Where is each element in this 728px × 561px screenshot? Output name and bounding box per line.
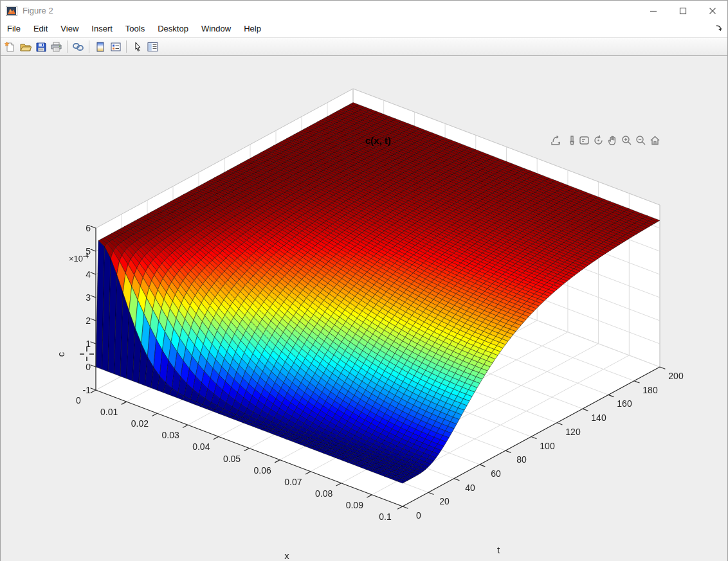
x-tick-label: 0.09 <box>346 500 363 510</box>
export-icon <box>550 134 562 147</box>
x-tick-label: 0.01 <box>100 407 118 417</box>
minimize-button[interactable] <box>639 1 668 21</box>
toolbar-separator <box>67 40 68 53</box>
menu-help[interactable]: Help <box>237 21 268 37</box>
property-inspector-button[interactable] <box>145 39 160 54</box>
t-tick-label: 200 <box>668 371 683 381</box>
x-tick-label: 0.06 <box>254 465 271 476</box>
zoom-in-icon <box>621 134 633 147</box>
matlab-logo-icon <box>6 6 17 16</box>
t-tick-label: 0 <box>416 510 421 521</box>
rotate-icon <box>592 134 605 147</box>
pan-button[interactable] <box>606 133 619 148</box>
colorbar-icon <box>95 41 105 53</box>
c-tick-label: 2 <box>62 316 91 326</box>
open-file-button[interactable] <box>18 39 33 54</box>
c-tick-label: 6 <box>62 223 91 233</box>
rotate-3d-button[interactable] <box>592 133 605 148</box>
t-tick-label: 100 <box>540 441 554 451</box>
link-plot-button[interactable] <box>71 39 86 54</box>
maximize-icon <box>679 7 687 15</box>
x-tick-label: 0.07 <box>284 477 302 487</box>
x-tick-label: 0.03 <box>161 430 179 440</box>
zoom-out-icon <box>635 134 647 147</box>
t-tick-label: 140 <box>591 413 606 423</box>
t-tick-label: 160 <box>617 398 632 409</box>
title-bar: Figure 2 <box>1 1 727 21</box>
x-tick-label: 0.1 <box>379 512 391 522</box>
c-axis-label: c <box>55 352 66 357</box>
pan-hand-icon <box>606 134 619 147</box>
t-tick-label: 60 <box>491 468 501 479</box>
new-figure-button[interactable] <box>3 39 17 54</box>
zoom-out-button[interactable] <box>634 133 648 148</box>
zoom-in-button[interactable] <box>620 133 633 148</box>
home-icon <box>649 134 661 147</box>
toolbar-separator <box>89 40 89 53</box>
menu-desktop[interactable]: Desktop <box>151 21 195 37</box>
t-tick-label: 180 <box>642 385 657 395</box>
crosshair-cursor <box>78 346 95 362</box>
datatips-button[interactable] <box>578 133 591 148</box>
x-tick-label: 0.08 <box>315 488 332 499</box>
edit-plot-button[interactable] <box>130 39 145 54</box>
x-axis-label: x <box>271 550 303 561</box>
axes-toolbar <box>549 133 662 148</box>
c-tick-label: 3 <box>62 292 91 303</box>
c-tick-label: 5 <box>62 246 91 256</box>
open-folder-icon <box>19 41 32 53</box>
property-panel-icon <box>147 41 159 53</box>
c-tick-label: 0 <box>62 362 91 372</box>
surface-plot-canvas[interactable] <box>1 56 727 561</box>
window-title: Figure 2 <box>23 6 53 15</box>
export-button[interactable] <box>549 133 563 148</box>
c-tick-label: 4 <box>62 269 91 280</box>
menu-edit[interactable]: Edit <box>27 21 54 37</box>
save-figure-button[interactable] <box>33 39 48 54</box>
matlab-figure-window: Figure 2 File Edit View Insert <box>0 0 728 561</box>
maximize-button[interactable] <box>668 1 698 21</box>
t-axis-label: t <box>482 544 514 555</box>
x-tick-label: 0.05 <box>223 454 241 464</box>
x-tick-label: 0 <box>76 395 81 405</box>
figure-canvas-area: c(x, t) ×10-4 x t c 00.010.020.030.040.0… <box>1 56 727 561</box>
menu-view[interactable]: View <box>54 21 85 37</box>
t-tick-label: 20 <box>439 496 450 506</box>
insert-colorbar-button[interactable] <box>93 39 107 54</box>
t-tick-label: 80 <box>516 454 527 465</box>
window-controls <box>639 1 727 21</box>
x-tick-label: 0.02 <box>131 418 149 429</box>
menu-bar: File Edit View Insert Tools Desktop Wind… <box>1 21 727 37</box>
datatip-icon <box>578 134 590 147</box>
pointer-arrow-icon <box>132 41 143 53</box>
save-floppy-icon <box>35 41 47 53</box>
insert-legend-button[interactable] <box>108 39 123 54</box>
t-tick-label: 40 <box>465 483 475 493</box>
minimize-icon <box>650 7 657 15</box>
new-document-icon <box>5 41 16 53</box>
menu-tools[interactable]: Tools <box>119 21 151 37</box>
legend-icon <box>110 41 122 53</box>
t-tick-label: 120 <box>565 427 580 437</box>
menu-window[interactable]: Window <box>195 21 237 37</box>
toolbar-separator <box>126 40 127 53</box>
menu-file[interactable]: File <box>1 21 27 37</box>
menu-insert[interactable]: Insert <box>85 21 119 37</box>
close-button[interactable] <box>698 1 727 21</box>
close-icon <box>709 7 716 15</box>
link-chain-icon <box>72 41 84 53</box>
c-tick-label: -1 <box>62 385 91 395</box>
plot-title: c(x, t) <box>301 135 455 146</box>
brush-icon <box>564 134 576 147</box>
figure-toolbar <box>1 37 727 56</box>
printer-icon <box>50 41 62 53</box>
restore-view-button[interactable] <box>648 133 662 148</box>
x-tick-label: 0.04 <box>192 441 210 452</box>
dock-figure-icon[interactable] <box>714 24 723 33</box>
brush-button[interactable] <box>563 133 577 148</box>
print-figure-button[interactable] <box>49 39 64 54</box>
